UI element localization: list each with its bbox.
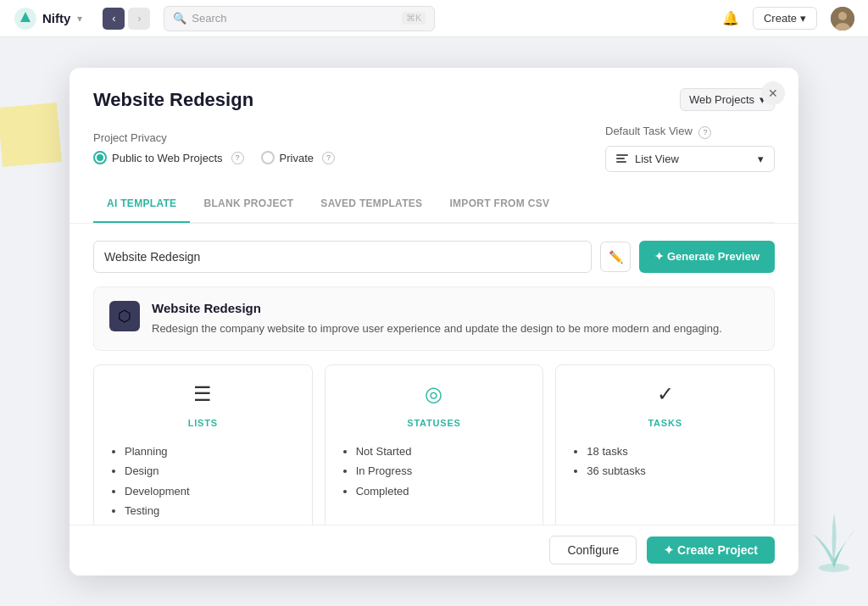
- modal-header: Website Redesign Web Projects ▾ ✕ Projec…: [70, 68, 798, 224]
- nav-back-button[interactable]: ‹: [103, 8, 125, 30]
- task-view-label: Default Task View ?: [605, 125, 775, 139]
- logo-chevron-icon[interactable]: ▾: [77, 13, 82, 25]
- task-view-selector[interactable]: List View ▾: [605, 146, 775, 172]
- list-item: Design: [125, 461, 190, 481]
- nav-arrows: ‹ ›: [103, 8, 150, 30]
- tab-ai-template[interactable]: AI TEMPLATE: [93, 186, 190, 223]
- lists-icon-area: ☰: [109, 382, 297, 406]
- top-navigation: Nifty ▾ ‹ › 🔍 Search ⌘K 🔔 Create ▾: [0, 0, 868, 37]
- statuses-items: Not Started In Progress Completed: [341, 442, 412, 501]
- radio-private-indicator: [261, 151, 275, 164]
- modal-title: Website Redesign: [93, 89, 253, 111]
- nav-right: 🔔 Create ▾: [722, 7, 854, 31]
- radio-private[interactable]: Private ?: [261, 151, 335, 164]
- list-item: 18 tasks: [587, 442, 645, 461]
- plant-svg: [800, 496, 868, 572]
- privacy-label: Project Privacy: [93, 131, 335, 144]
- svg-point-3: [838, 12, 847, 20]
- privacy-section: Project Privacy Public to Web Projects ?…: [93, 131, 335, 164]
- tasks-checkmark-icon: ✓: [657, 382, 674, 406]
- user-avatar-image: [831, 7, 854, 31]
- tasks-card-title: TASKS: [571, 418, 759, 428]
- edit-prompt-button[interactable]: ✏️: [600, 242, 631, 272]
- template-search-input[interactable]: [93, 241, 592, 273]
- search-bar[interactable]: 🔍 Search ⌘K: [164, 6, 435, 31]
- plant-decoration: [800, 496, 868, 572]
- tab-blank-project[interactable]: BLANK PROJECT: [190, 186, 307, 223]
- statuses-icon-area: ◎: [341, 382, 528, 406]
- privacy-row: Project Privacy Public to Web Projects ?…: [93, 125, 775, 186]
- create-button-label: Create: [764, 12, 797, 25]
- radio-public-label: Public to Web Projects: [112, 152, 223, 164]
- list-item: Development: [125, 481, 190, 501]
- task-view-info-icon[interactable]: ?: [698, 126, 711, 139]
- template-description-text: Website Redesign Redesign the company we…: [152, 301, 722, 337]
- sticky-note-decoration: [0, 103, 62, 167]
- configure-button[interactable]: Configure: [549, 536, 637, 564]
- radio-public[interactable]: Public to Web Projects ?: [93, 151, 244, 164]
- bottom-bar: Configure ✦ Create Project: [70, 525, 798, 575]
- template-description-card: ⬡ Website Redesign Redesign the company …: [93, 286, 775, 352]
- tasks-items: 18 tasks 36 subtasks: [571, 442, 645, 481]
- generate-preview-label: ✦ Generate Preview: [654, 250, 760, 263]
- create-project-button[interactable]: ✦ Create Project: [647, 537, 775, 564]
- search-shortcut: ⌘K: [402, 12, 426, 25]
- tabs-row: AI TEMPLATE BLANK PROJECT SAVED TEMPLATE…: [93, 186, 775, 223]
- nav-forward-button[interactable]: ›: [128, 8, 150, 30]
- template-desc-body: Redesign the company website to improve …: [152, 320, 722, 337]
- create-chevron-icon: ▾: [800, 12, 806, 25]
- radio-public-indicator: [93, 151, 107, 164]
- lists-icon: ☰: [193, 382, 212, 406]
- list-item: Completed: [356, 481, 412, 501]
- search-placeholder-text: Search: [192, 12, 226, 25]
- edit-icon: ✏️: [609, 250, 623, 264]
- search-icon: 🔍: [173, 12, 186, 25]
- radio-private-label: Private: [280, 152, 314, 164]
- statuses-card-title: STATUSES: [341, 418, 528, 428]
- generate-preview-button[interactable]: ✦ Generate Preview: [639, 241, 775, 273]
- list-view-icon: [616, 154, 628, 163]
- close-modal-button[interactable]: ✕: [761, 81, 785, 105]
- list-item: In Progress: [356, 461, 412, 481]
- nifty-logo-icon: [14, 7, 37, 31]
- tab-saved-templates[interactable]: SAVED TEMPLATES: [307, 186, 436, 223]
- list-item: Planning: [125, 442, 190, 461]
- list-item: 36 subtasks: [587, 461, 645, 481]
- template-cube-icon: ⬡: [118, 307, 131, 325]
- statuses-icon: ◎: [425, 382, 442, 406]
- template-desc-title: Website Redesign: [152, 301, 722, 315]
- radio-group: Public to Web Projects ? Private ?: [93, 151, 335, 164]
- app-name: Nifty: [42, 11, 70, 25]
- template-icon-box: ⬡: [109, 301, 140, 331]
- task-view-chevron-icon: ▾: [758, 153, 764, 165]
- create-button[interactable]: Create ▾: [753, 7, 817, 30]
- tab-import-from-csv[interactable]: IMPORT FROM CSV: [436, 186, 563, 223]
- main-content: Website Redesign Web Projects ▾ ✕ Projec…: [0, 37, 868, 606]
- template-search-row: ✏️ ✦ Generate Preview: [93, 241, 775, 273]
- list-item: Testing: [125, 501, 190, 520]
- logo-area[interactable]: Nifty ▾: [14, 7, 82, 31]
- workspace-name: Web Projects: [689, 93, 754, 106]
- list-item: Not Started: [356, 442, 412, 461]
- modal-body: ✏️ ✦ Generate Preview ⬡ Website Redesign…: [70, 224, 798, 575]
- project-creation-modal: Website Redesign Web Projects ▾ ✕ Projec…: [70, 68, 798, 575]
- notification-bell-icon[interactable]: 🔔: [722, 10, 739, 26]
- public-info-icon[interactable]: ?: [231, 152, 244, 164]
- task-view-option-label: List View: [635, 153, 679, 165]
- lists-card-title: LISTS: [109, 418, 297, 428]
- private-info-icon[interactable]: ?: [322, 152, 335, 164]
- avatar[interactable]: [831, 7, 854, 31]
- modal-title-row: Website Redesign Web Projects ▾: [93, 88, 775, 111]
- tasks-icon-area: ✓: [571, 382, 759, 406]
- task-view-section: Default Task View ? List View ▾: [605, 125, 775, 172]
